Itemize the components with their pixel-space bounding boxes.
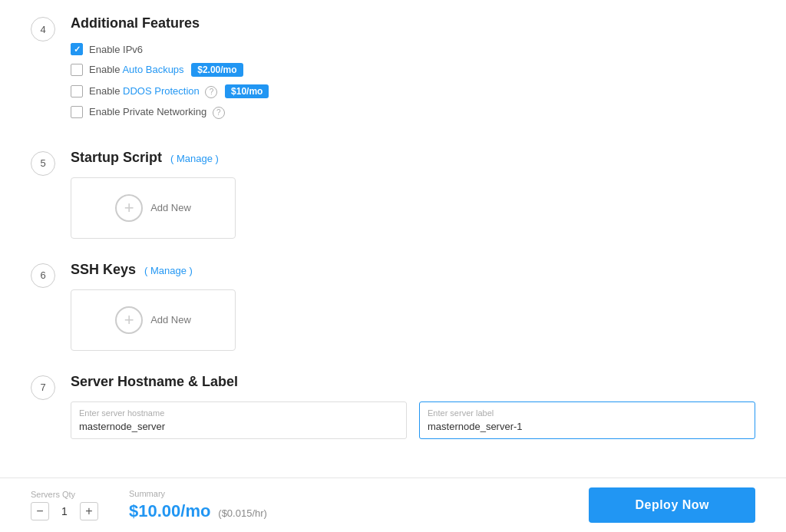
add-new-startup-label: Add New bbox=[150, 202, 191, 213]
plus-icon-ssh: + bbox=[115, 306, 143, 334]
qty-value: 1 bbox=[57, 505, 72, 517]
footer-bar: Servers Qty − 1 + Summary $10.00/mo ($0.… bbox=[0, 477, 786, 532]
add-new-ssh-label: Add New bbox=[150, 314, 191, 325]
label-ipv6: Enable IPv6 bbox=[89, 44, 143, 55]
hostname-row: Enter server hostname Enter server label bbox=[71, 401, 755, 439]
ddos-help-icon[interactable]: ? bbox=[205, 86, 217, 98]
section-number-4: 4 bbox=[31, 17, 55, 41]
section-title-7: Server Hostname & Label bbox=[71, 374, 755, 390]
ddos-price-badge: $10/mo bbox=[225, 84, 269, 98]
section-body-6: SSH Keys ( Manage ) + Add New bbox=[71, 262, 755, 351]
summary-price-row: $10.00/mo ($0.015/hr) bbox=[129, 501, 267, 521]
qty-plus-button[interactable]: + bbox=[80, 502, 98, 520]
checkbox-ipv6[interactable] bbox=[71, 43, 83, 55]
checkbox-row-private-net: Enable Private Networking ? bbox=[71, 106, 755, 119]
label-ddos: Enable DDOS Protection ? $10/mo bbox=[89, 84, 269, 98]
summary-label: Summary bbox=[129, 489, 267, 498]
section-title-5: Startup Script ( Manage ) bbox=[71, 150, 755, 166]
section-server-hostname: 7 Server Hostname & Label Enter server h… bbox=[31, 374, 755, 439]
server-label-input[interactable] bbox=[428, 421, 747, 432]
deploy-now-button[interactable]: Deploy Now bbox=[589, 487, 755, 523]
servers-qty-label: Servers Qty bbox=[31, 490, 98, 499]
startup-script-add-new[interactable]: + Add New bbox=[71, 177, 236, 239]
label-private-net: Enable Private Networking ? bbox=[89, 106, 225, 119]
label-backups: Enable Auto Backups $2.00/mo bbox=[89, 63, 243, 77]
section-body-7: Server Hostname & Label Enter server hos… bbox=[71, 374, 755, 439]
plus-icon-startup: + bbox=[115, 194, 143, 222]
summary-price-hourly: ($0.015/hr) bbox=[218, 507, 267, 519]
ssh-keys-add-new[interactable]: + Add New bbox=[71, 289, 236, 351]
ddos-link[interactable]: DDOS Protection bbox=[123, 85, 200, 97]
section-number-6: 6 bbox=[31, 263, 55, 288]
checkbox-row-backups: Enable Auto Backups $2.00/mo bbox=[71, 63, 755, 77]
private-net-help-icon[interactable]: ? bbox=[213, 107, 225, 119]
checkbox-row-ipv6: Enable IPv6 bbox=[71, 43, 755, 55]
checkbox-private-net[interactable] bbox=[71, 106, 83, 118]
servers-qty-section: Servers Qty − 1 + bbox=[31, 490, 98, 520]
qty-minus-button[interactable]: − bbox=[31, 502, 49, 520]
section-number-5: 5 bbox=[31, 151, 55, 176]
section-number-7: 7 bbox=[31, 375, 55, 400]
summary-price-monthly: $10.00/mo bbox=[129, 501, 210, 520]
checkbox-backups[interactable] bbox=[71, 64, 83, 76]
section-body-5: Startup Script ( Manage ) + Add New bbox=[71, 150, 755, 239]
qty-control: − 1 + bbox=[31, 502, 98, 520]
section-title-4: Additional Features bbox=[71, 15, 755, 31]
server-label-input-wrapper: Enter server label bbox=[419, 401, 755, 439]
summary-section: Summary $10.00/mo ($0.015/hr) bbox=[129, 489, 267, 521]
auto-backups-link[interactable]: Auto Backups bbox=[122, 64, 183, 75]
checkbox-ddos[interactable] bbox=[71, 85, 83, 97]
section-additional-features: 4 Additional Features Enable IPv6 Enable… bbox=[31, 15, 755, 127]
ssh-keys-manage-link[interactable]: ( Manage ) bbox=[144, 265, 193, 276]
checkbox-row-ddos: Enable DDOS Protection ? $10/mo bbox=[71, 84, 755, 98]
main-content: 4 Additional Features Enable IPv6 Enable… bbox=[0, 0, 786, 477]
startup-script-manage-link[interactable]: ( Manage ) bbox=[170, 153, 219, 164]
hostname-input-wrapper: Enter server hostname bbox=[71, 401, 407, 439]
section-ssh-keys: 6 SSH Keys ( Manage ) + Add New bbox=[31, 262, 755, 351]
section-title-6: SSH Keys ( Manage ) bbox=[71, 262, 755, 278]
backups-price-badge: $2.00/mo bbox=[191, 63, 243, 77]
section-startup-script: 5 Startup Script ( Manage ) + Add New bbox=[31, 150, 755, 239]
section-body-4: Additional Features Enable IPv6 Enable A… bbox=[71, 15, 755, 127]
hostname-field-label: Enter server hostname bbox=[79, 408, 398, 418]
hostname-input[interactable] bbox=[79, 421, 398, 432]
server-label-field-label: Enter server label bbox=[428, 408, 747, 418]
